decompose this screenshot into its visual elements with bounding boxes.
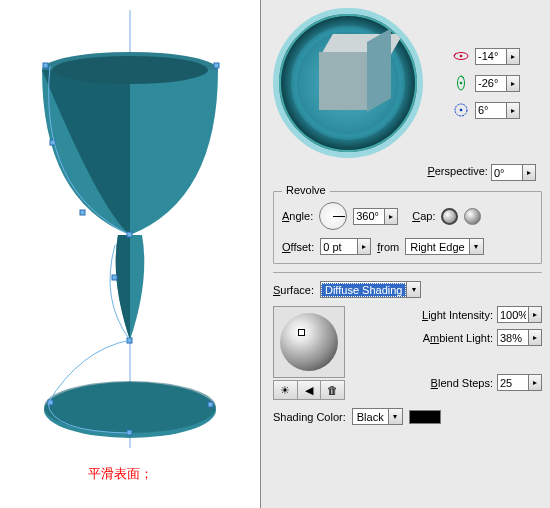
svg-point-20	[460, 109, 463, 112]
cube-icon	[319, 52, 389, 122]
offset-input[interactable]: ▸	[320, 238, 371, 255]
new-light-button[interactable]: ☀	[274, 381, 298, 399]
from-label: from	[377, 241, 399, 253]
rotate-y-icon	[453, 75, 469, 91]
light-buttons: ☀ ◀ 🗑	[273, 380, 345, 400]
rotate-z-input[interactable]: ▸	[475, 102, 520, 119]
3d-preview[interactable]	[273, 8, 423, 158]
ambient-label: Ambient Light:	[423, 332, 493, 344]
surface-select[interactable]: Diffuse Shading▾	[320, 281, 421, 298]
cap-label: Cap:	[412, 210, 435, 222]
caption-text: 平滑表面；	[88, 465, 153, 483]
delete-light-button[interactable]: 🗑	[321, 381, 344, 399]
svg-point-2	[52, 56, 208, 84]
svg-rect-6	[214, 63, 219, 68]
surface-label: Surface:	[273, 284, 314, 296]
goblet-preview	[0, 0, 260, 470]
rotate-y-input[interactable]: ▸	[475, 75, 520, 92]
move-back-button[interactable]: ◀	[298, 381, 322, 399]
angle-label: Angle:	[282, 210, 313, 222]
perspective-input[interactable]: ▸	[491, 164, 536, 181]
rotate-x-input[interactable]: ▸	[475, 48, 520, 65]
cap-off-button[interactable]	[464, 208, 481, 225]
shading-color-chip[interactable]	[409, 410, 441, 424]
cap-on-button[interactable]	[441, 208, 458, 225]
svg-point-18	[460, 82, 463, 85]
rotate-z-icon	[453, 102, 469, 118]
perspective-row: Perspective: ▸	[273, 164, 536, 181]
shading-color-label: Shading Color:	[273, 411, 346, 423]
offset-label: Offset:	[282, 241, 314, 253]
rotate-z-row: ▸	[453, 102, 520, 119]
svg-point-16	[460, 55, 463, 58]
angle-dial[interactable]	[319, 202, 347, 230]
svg-rect-14	[208, 402, 213, 407]
light-intensity-input[interactable]: ▸	[497, 306, 542, 323]
light-spot[interactable]	[298, 329, 305, 336]
revolve-group: Revolve Angle: ▸ Cap: Offset: ▸ from Rig…	[273, 191, 542, 264]
light-preview[interactable]	[273, 306, 345, 378]
revolve-legend: Revolve	[282, 184, 330, 196]
shading-color-select[interactable]: Black▾	[352, 408, 403, 425]
surface-group: Surface: Diffuse Shading▾ ☀ ◀ 🗑 Light In…	[273, 272, 542, 425]
perspective-label-und: P	[427, 165, 434, 177]
rotate-x-icon	[453, 48, 469, 64]
canvas-viewport: 平滑表面；	[0, 0, 260, 508]
blend-label: Blend Steps:	[431, 377, 493, 389]
rotate-y-row: ▸	[453, 75, 520, 92]
angle-input[interactable]: ▸	[353, 208, 398, 225]
svg-rect-5	[43, 63, 48, 68]
ambient-input[interactable]: ▸	[497, 329, 542, 346]
svg-rect-10	[112, 275, 117, 280]
rotate-x-row: ▸	[453, 48, 520, 65]
from-select[interactable]: Right Edge▾	[405, 238, 483, 255]
light-intensity-label: Light Intensity:	[422, 309, 493, 321]
options-panel: ▸ ▸ ▸ Perspective: ▸ Revolve Angle: ▸ Ca…	[260, 0, 550, 508]
svg-rect-8	[80, 210, 85, 215]
blend-input[interactable]: ▸	[497, 374, 542, 391]
